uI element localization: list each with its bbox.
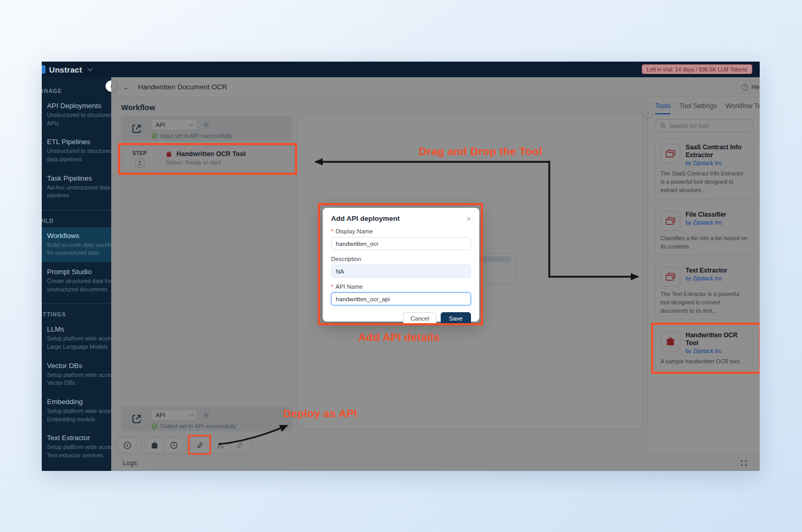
- add-api-deployment-modal: Add API deployment × *Display Name Descr…: [323, 208, 479, 322]
- save-button[interactable]: Save: [441, 312, 471, 325]
- sidebar-item-vector-dbs[interactable]: Vector DBs Setup platform wide access to…: [42, 357, 111, 392]
- screenshot-stage: Unstract Left in trial: 14 days / 836.5K…: [0, 0, 802, 532]
- display-name-field[interactable]: [331, 237, 471, 250]
- sidebar-item-subtitle: Build no-code data workflows for unstruc…: [47, 241, 111, 257]
- sidebar-item-subtitle: Setup platform wide access to Embedding …: [47, 407, 111, 423]
- modal-title: Add API deployment: [331, 215, 400, 222]
- sidebar-item-subtitle: Create structured data from unstructured…: [47, 277, 111, 293]
- sidebar-item-subtitle: Setup platform wide access to Text extra…: [47, 443, 111, 459]
- unstract-logo-icon: [42, 65, 45, 74]
- prompt-studio-icon: [42, 269, 42, 277]
- trial-badge: Left in trial: 14 days / 836.5K LLM Toke…: [642, 64, 752, 74]
- sidebar-divider: [42, 303, 111, 304]
- sidebar-item-task-pipelines[interactable]: Task Pipelines Ad-hoc unstructured data …: [42, 170, 111, 205]
- sidebar-section-build: BUILD: [42, 214, 111, 226]
- sidebar-item-subtitle: Setup platform wide access to Large Lang…: [47, 335, 111, 351]
- sidebar-item-title: Embedding: [47, 398, 111, 406]
- sidebar-item-subtitle: Setup platform wide access to Vector DBs: [47, 371, 111, 387]
- chevron-down-icon[interactable]: [88, 66, 93, 72]
- embedding-icon: [42, 399, 42, 407]
- sidebar-item-platform[interactable]: Platform Settings for the platform: [42, 466, 111, 471]
- etl-pipelines-icon: [42, 139, 42, 147]
- workflows-icon: [42, 233, 42, 241]
- vector-dbs-icon: [42, 363, 42, 371]
- cancel-button[interactable]: Cancel: [403, 312, 437, 325]
- sidebar-item-embedding[interactable]: Embedding Setup platform wide access to …: [42, 393, 111, 428]
- sidebar-item-text-extractor[interactable]: Text Extractor Setup platform wide acces…: [42, 429, 111, 464]
- description-label: Description: [331, 256, 361, 262]
- sidebar-section-settings: SETTINGS: [42, 307, 111, 320]
- sidebar-section-manage: MANAGE: [42, 84, 111, 96]
- sidebar-item-title: Task Pipelines: [47, 174, 111, 182]
- llms-icon: [42, 326, 42, 334]
- brand-name: Unstract: [49, 65, 82, 74]
- close-icon[interactable]: ×: [466, 215, 471, 222]
- annotation-drag-drop-text: Drag and Drop the Tool: [419, 145, 542, 158]
- sidebar-item-llms[interactable]: LLMs Setup platform wide access to Large…: [42, 321, 111, 356]
- sidebar-item-title: Platform: [47, 470, 107, 471]
- sidebar-item-prompt-studio[interactable]: Prompt Studio Create structured data fro…: [42, 263, 111, 298]
- description-field[interactable]: [331, 265, 471, 278]
- api-name-label: API Name: [335, 283, 362, 290]
- sidebar-item-subtitle: Unstructured to structured data pipeline…: [47, 147, 111, 163]
- sidebar-item-title: Vector DBs: [47, 362, 111, 370]
- sidebar-item-title: ETL Pipelines: [47, 138, 111, 146]
- display-name-label: Display Name: [335, 228, 373, 234]
- annotation-deploy-text: Deploy as API: [283, 407, 357, 420]
- sidebar-item-title: API Deployments: [47, 102, 111, 110]
- sidebar-item-title: Text Extractor: [47, 434, 111, 442]
- sidebar-item-workflows[interactable]: Workflows Build no-code data workflows f…: [42, 227, 111, 262]
- api-name-field[interactable]: [331, 292, 471, 305]
- sidebar-item-subtitle: Ad-hoc unstructured data task pipelines: [47, 184, 111, 200]
- task-pipelines-icon: [42, 175, 42, 183]
- unstract-app-window: Unstract Left in trial: 14 days / 836.5K…: [42, 62, 760, 471]
- sidebar-item-title: Workflows: [47, 232, 111, 240]
- sidebar-item-etl-pipelines[interactable]: ETL Pipelines Unstructured to structured…: [42, 133, 111, 168]
- sidebar: MANAGE API Deployments Unstructured to s…: [42, 77, 111, 471]
- sidebar-item-subtitle: Unstructured to structured APIs: [47, 111, 111, 127]
- api-deployments-icon: [42, 103, 42, 111]
- required-asterisk: *: [331, 283, 333, 290]
- sidebar-divider: [42, 210, 111, 210]
- sidebar-item-title: Prompt Studio: [47, 268, 111, 276]
- annotation-add-api-text: Add API details: [358, 331, 440, 344]
- sidebar-item-api-deployments[interactable]: API Deployments Unstructured to structur…: [42, 97, 111, 132]
- text-extractor-icon: [42, 435, 42, 443]
- top-navbar: Unstract Left in trial: 14 days / 836.5K…: [42, 62, 760, 77]
- sidebar-item-title: LLMs: [47, 325, 111, 333]
- required-asterisk: *: [331, 228, 333, 234]
